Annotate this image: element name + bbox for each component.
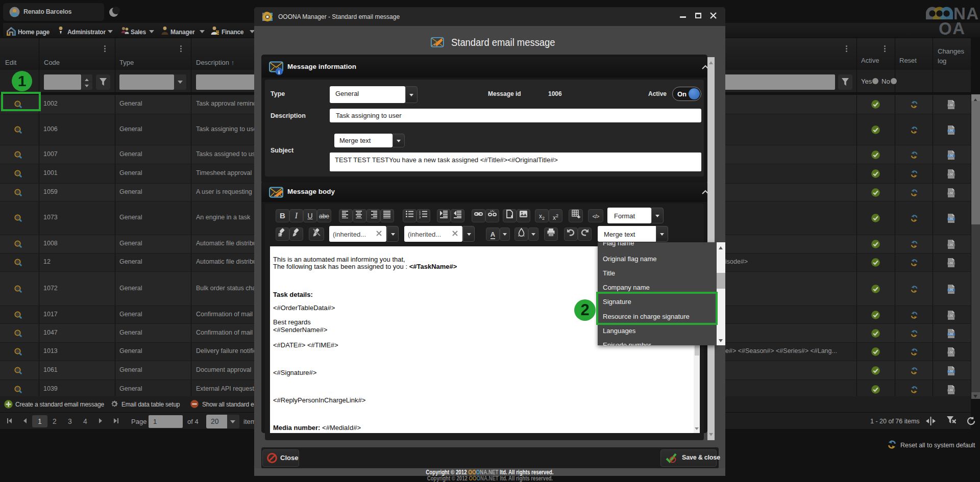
svg-text:LOG: LOG [948,262,953,265]
svg-text:LOG: LOG [948,104,953,107]
svg-text:LOG: LOG [948,155,953,157]
svg-text:LOG: LOG [948,244,953,246]
svg-text:LOG: LOG [948,192,953,195]
svg-text:LOG: LOG [948,173,953,176]
svg-text:i: i [278,69,280,75]
svg-text:LOG: LOG [948,315,953,317]
svg-text:LOG: LOG [948,351,953,354]
svg-text:3: 3 [419,216,421,219]
svg-text:LOG: LOG [948,130,953,132]
svg-text:LOG: LOG [948,333,953,336]
svg-text:LOG: LOG [948,389,953,392]
svg-text:LOG: LOG [948,218,953,220]
svg-text:QA: QA [939,19,964,35]
svg-text:LOG: LOG [948,289,953,291]
svg-text:LOG: LOG [948,370,953,373]
